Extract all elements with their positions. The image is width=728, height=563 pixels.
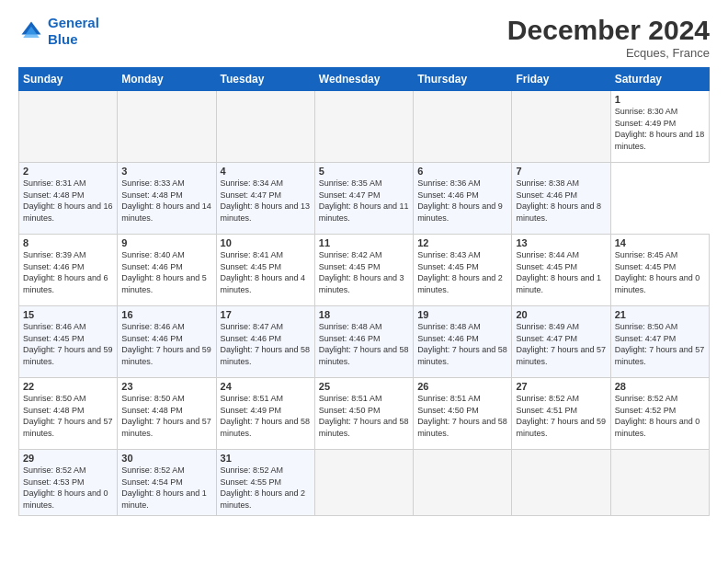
calendar-cell: 10Sunrise: 8:41 AMSunset: 4:45 PMDayligh… (216, 235, 314, 306)
month-title: December 2024 (507, 15, 710, 46)
calendar-cell: 11Sunrise: 8:42 AMSunset: 4:45 PMDayligh… (314, 235, 413, 306)
header-row: SundayMondayTuesdayWednesdayThursdayFrid… (19, 68, 710, 91)
logo-line1: General (48, 15, 99, 30)
day-number: 15 (23, 309, 113, 320)
day-number: 12 (417, 237, 507, 248)
day-info: Sunrise: 8:30 AMSunset: 4:49 PMDaylight:… (615, 106, 705, 152)
day-number: 5 (319, 166, 409, 177)
day-number: 4 (221, 166, 311, 177)
day-number: 30 (121, 453, 211, 464)
calendar-cell: 12Sunrise: 8:43 AMSunset: 4:45 PMDayligh… (414, 235, 512, 306)
day-info: Sunrise: 8:44 AMSunset: 4:45 PMDaylight:… (516, 249, 606, 295)
day-info: Sunrise: 8:40 AMSunset: 4:46 PMDaylight:… (121, 249, 211, 295)
day-info: Sunrise: 8:50 AMSunset: 4:48 PMDaylight:… (121, 393, 211, 439)
calendar-cell: 16Sunrise: 8:46 AMSunset: 4:46 PMDayligh… (118, 306, 216, 378)
calendar-cell: 21Sunrise: 8:50 AMSunset: 4:47 PMDayligh… (610, 306, 709, 378)
day-info: Sunrise: 8:34 AMSunset: 4:47 PMDaylight:… (221, 178, 311, 224)
calendar-cell: 3Sunrise: 8:33 AMSunset: 4:48 PMDaylight… (118, 163, 216, 235)
calendar-cell: 26Sunrise: 8:51 AMSunset: 4:50 PMDayligh… (414, 378, 512, 450)
header: General Blue December 2024 Ecques, Franc… (18, 15, 710, 60)
day-info: Sunrise: 8:48 AMSunset: 4:46 PMDaylight:… (417, 321, 507, 367)
logo-icon (18, 18, 44, 44)
calendar-cell (512, 450, 610, 516)
day-info: Sunrise: 8:41 AMSunset: 4:45 PMDaylight:… (221, 249, 311, 295)
day-info: Sunrise: 8:45 AMSunset: 4:45 PMDaylight:… (615, 249, 705, 295)
day-number: 28 (615, 381, 705, 392)
day-info: Sunrise: 8:48 AMSunset: 4:46 PMDaylight:… (319, 321, 409, 367)
logo-text: General Blue (48, 15, 99, 48)
calendar-week: 8Sunrise: 8:39 AMSunset: 4:46 PMDaylight… (19, 235, 710, 306)
header-day: Monday (118, 68, 216, 91)
title-area: December 2024 Ecques, France (507, 15, 710, 60)
calendar-week: 1Sunrise: 8:30 AMSunset: 4:49 PMDaylight… (19, 91, 710, 163)
logo: General Blue (18, 15, 99, 48)
day-number: 24 (221, 381, 311, 392)
day-info: Sunrise: 8:39 AMSunset: 4:46 PMDaylight:… (23, 249, 113, 295)
day-info: Sunrise: 8:42 AMSunset: 4:45 PMDaylight:… (319, 249, 409, 295)
day-number: 9 (121, 237, 211, 248)
calendar-cell: 22Sunrise: 8:50 AMSunset: 4:48 PMDayligh… (19, 378, 118, 450)
day-info: Sunrise: 8:38 AMSunset: 4:46 PMDaylight:… (516, 178, 606, 224)
day-info: Sunrise: 8:52 AMSunset: 4:51 PMDaylight:… (516, 393, 606, 439)
calendar-cell: 7Sunrise: 8:38 AMSunset: 4:46 PMDaylight… (512, 163, 610, 235)
calendar-cell: 30Sunrise: 8:52 AMSunset: 4:54 PMDayligh… (118, 450, 216, 516)
calendar-cell: 14Sunrise: 8:45 AMSunset: 4:45 PMDayligh… (610, 235, 709, 306)
calendar-cell: 17Sunrise: 8:47 AMSunset: 4:46 PMDayligh… (216, 306, 314, 378)
calendar-cell (414, 91, 512, 163)
calendar-cell: 2Sunrise: 8:31 AMSunset: 4:48 PMDaylight… (19, 163, 118, 235)
day-number: 17 (221, 309, 311, 320)
day-info: Sunrise: 8:46 AMSunset: 4:46 PMDaylight:… (121, 321, 211, 367)
calendar-cell: 27Sunrise: 8:52 AMSunset: 4:51 PMDayligh… (512, 378, 610, 450)
calendar-cell: 31Sunrise: 8:52 AMSunset: 4:55 PMDayligh… (216, 450, 314, 516)
day-number: 25 (319, 381, 409, 392)
header-day: Wednesday (314, 68, 413, 91)
calendar-cell: 28Sunrise: 8:52 AMSunset: 4:52 PMDayligh… (610, 378, 709, 450)
calendar-cell: 20Sunrise: 8:49 AMSunset: 4:47 PMDayligh… (512, 306, 610, 378)
day-number: 7 (516, 166, 606, 177)
calendar-cell: 24Sunrise: 8:51 AMSunset: 4:49 PMDayligh… (216, 378, 314, 450)
calendar-cell: 29Sunrise: 8:52 AMSunset: 4:53 PMDayligh… (19, 450, 118, 516)
calendar-cell: 15Sunrise: 8:46 AMSunset: 4:45 PMDayligh… (19, 306, 118, 378)
calendar-week: 29Sunrise: 8:52 AMSunset: 4:53 PMDayligh… (19, 450, 710, 516)
day-info: Sunrise: 8:52 AMSunset: 4:54 PMDaylight:… (121, 465, 211, 511)
day-number: 13 (516, 237, 606, 248)
day-info: Sunrise: 8:50 AMSunset: 4:47 PMDaylight:… (615, 321, 705, 367)
day-number: 21 (615, 309, 705, 320)
calendar-week: 2Sunrise: 8:31 AMSunset: 4:48 PMDaylight… (19, 163, 710, 235)
calendar-cell: 9Sunrise: 8:40 AMSunset: 4:46 PMDaylight… (118, 235, 216, 306)
day-info: Sunrise: 8:49 AMSunset: 4:47 PMDaylight:… (516, 321, 606, 367)
day-info: Sunrise: 8:52 AMSunset: 4:55 PMDaylight:… (221, 465, 311, 511)
calendar-cell (314, 91, 413, 163)
day-info: Sunrise: 8:51 AMSunset: 4:50 PMDaylight:… (417, 393, 507, 439)
calendar-cell (216, 91, 314, 163)
calendar-cell (414, 450, 512, 516)
header-day: Sunday (19, 68, 118, 91)
day-info: Sunrise: 8:43 AMSunset: 4:45 PMDaylight:… (417, 249, 507, 295)
day-number: 2 (23, 166, 113, 177)
header-day: Saturday (610, 68, 709, 91)
day-info: Sunrise: 8:52 AMSunset: 4:52 PMDaylight:… (615, 393, 705, 439)
calendar-cell (118, 91, 216, 163)
calendar-cell: 25Sunrise: 8:51 AMSunset: 4:50 PMDayligh… (314, 378, 413, 450)
day-number: 20 (516, 309, 606, 320)
day-info: Sunrise: 8:50 AMSunset: 4:48 PMDaylight:… (23, 393, 113, 439)
day-number: 16 (121, 309, 211, 320)
page: General Blue December 2024 Ecques, Franc… (0, 0, 728, 563)
calendar-cell (314, 450, 413, 516)
header-day: Thursday (414, 68, 512, 91)
calendar-cell: 23Sunrise: 8:50 AMSunset: 4:48 PMDayligh… (118, 378, 216, 450)
day-number: 29 (23, 453, 113, 464)
calendar-week: 22Sunrise: 8:50 AMSunset: 4:48 PMDayligh… (19, 378, 710, 450)
day-info: Sunrise: 8:31 AMSunset: 4:48 PMDaylight:… (23, 178, 113, 224)
calendar-cell (512, 91, 610, 163)
day-number: 8 (23, 237, 113, 248)
day-info: Sunrise: 8:36 AMSunset: 4:46 PMDaylight:… (417, 178, 507, 224)
calendar-cell (610, 450, 709, 516)
logo-line2: Blue (48, 31, 78, 47)
calendar-cell: 4Sunrise: 8:34 AMSunset: 4:47 PMDaylight… (216, 163, 314, 235)
day-info: Sunrise: 8:33 AMSunset: 4:48 PMDaylight:… (121, 178, 211, 224)
calendar-cell: 18Sunrise: 8:48 AMSunset: 4:46 PMDayligh… (314, 306, 413, 378)
calendar-cell: 1Sunrise: 8:30 AMSunset: 4:49 PMDaylight… (610, 91, 709, 163)
calendar: SundayMondayTuesdayWednesdayThursdayFrid… (18, 67, 710, 516)
day-number: 26 (417, 381, 507, 392)
